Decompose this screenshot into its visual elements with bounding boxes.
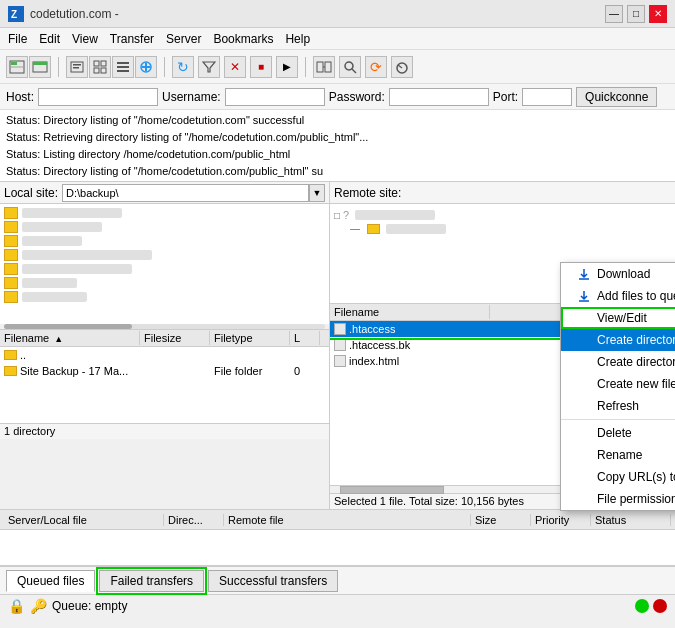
remote-file-cell-0: .htaccess [330, 322, 490, 336]
tree-item[interactable] [0, 220, 329, 234]
ctx-view-edit[interactable]: View/Edit [561, 307, 675, 329]
menu-edit[interactable]: Edit [39, 32, 60, 46]
remote-file-cell-2: index.html [330, 354, 490, 368]
ctx-create-directory[interactable]: Create directory [561, 329, 675, 351]
file-cell-name-0: Site Backup - 17 Ma... [0, 364, 140, 378]
toolbar-new-site[interactable] [6, 56, 28, 78]
username-input[interactable] [225, 88, 325, 106]
tree-expand-icon[interactable]: □ [334, 210, 340, 221]
tree-item[interactable] [0, 248, 329, 262]
toolbar-cancel[interactable]: ■ [250, 56, 272, 78]
quickconnect-button[interactable]: Quickconne [576, 87, 657, 107]
ctx-download[interactable]: Download [561, 263, 675, 285]
transfer-section: Server/Local file Direc... Remote file S… [0, 510, 675, 566]
file-cell-size-0 [140, 370, 210, 372]
ctx-rename[interactable]: Rename [561, 444, 675, 466]
remote-col-filename[interactable]: Filename [330, 305, 490, 319]
toolbar-disconnect[interactable]: ✕ [224, 56, 246, 78]
svg-rect-20 [325, 62, 331, 72]
col-filename[interactable]: Filename ▲ [0, 331, 140, 345]
port-label: Port: [493, 90, 518, 104]
svg-rect-6 [33, 62, 47, 65]
local-site-label: Local site: [4, 186, 58, 200]
transfer-col-status[interactable]: Status [591, 514, 671, 526]
local-file-tree[interactable] [0, 204, 329, 324]
transfer-col-priority[interactable]: Priority [531, 514, 591, 526]
toolbar-btn-3[interactable] [112, 56, 134, 78]
app-status-bar: 🔒 🔑 Queue: empty [0, 594, 675, 616]
menu-server[interactable]: Server [166, 32, 201, 46]
local-site-path[interactable] [62, 184, 309, 202]
local-site-panel: Local site: ▼ [0, 182, 330, 509]
transfer-header: Server/Local file Direc... Remote file S… [0, 510, 675, 530]
ctx-add-queue[interactable]: Add files to queue [561, 285, 675, 307]
ctx-file-permissions[interactable]: File permissions... [561, 488, 675, 510]
remote-tree-node[interactable]: □ ? [334, 208, 671, 222]
toolbar-btn-1[interactable] [66, 56, 88, 78]
svg-rect-10 [94, 61, 99, 66]
ctx-create-file[interactable]: Create new file [561, 373, 675, 395]
refresh-icon [577, 399, 591, 413]
tab-failed-transfers[interactable]: Failed transfers [99, 570, 204, 592]
remote-tree-subnode[interactable]: — [334, 222, 671, 235]
ctx-delete[interactable]: Delete [561, 422, 675, 444]
toolbar-btn-4[interactable] [135, 56, 157, 78]
ctx-copy-url[interactable]: Copy URL(s) to clipboard [561, 466, 675, 488]
toolbar-btn-2[interactable] [89, 56, 111, 78]
transfer-col-size[interactable]: Size [471, 514, 531, 526]
tree-item-label [22, 250, 152, 260]
tree-item[interactable] [0, 234, 329, 248]
transfer-col-remote[interactable]: Remote file [224, 514, 471, 526]
svg-line-23 [352, 69, 356, 73]
close-button[interactable]: ✕ [649, 5, 667, 23]
menu-transfer[interactable]: Transfer [110, 32, 154, 46]
create-dir-icon [577, 333, 591, 347]
tree-item[interactable] [0, 262, 329, 276]
svg-point-22 [345, 62, 353, 70]
svg-rect-13 [101, 68, 106, 73]
local-site-header: Local site: ▼ [0, 182, 329, 204]
password-input[interactable] [389, 88, 489, 106]
tab-queued-files[interactable]: Queued files [6, 570, 95, 592]
svg-rect-19 [317, 62, 323, 72]
toolbar-speed[interactable] [391, 56, 413, 78]
ctx-create-dir-enter[interactable]: Create directory and enter it [561, 351, 675, 373]
maximize-button[interactable]: □ [627, 5, 645, 23]
toolbar-btn-5[interactable]: ▶ [276, 56, 298, 78]
toolbar-sync[interactable]: ⟳ [365, 56, 387, 78]
toolbar-filter[interactable] [198, 56, 220, 78]
file-row-parent[interactable]: .. [0, 347, 329, 363]
local-site-dropdown[interactable]: ▼ [309, 184, 325, 202]
tab-successful-transfers[interactable]: Successful transfers [208, 570, 338, 592]
menu-file[interactable]: File [8, 32, 27, 46]
tree-item[interactable] [0, 290, 329, 304]
transfer-col-local[interactable]: Server/Local file [4, 514, 164, 526]
col-filetype[interactable]: Filetype [210, 331, 290, 345]
host-input[interactable] [38, 88, 158, 106]
ctx-refresh[interactable]: Refresh [561, 395, 675, 417]
transfer-col-dir[interactable]: Direc... [164, 514, 224, 526]
menu-bar: File Edit View Transfer Server Bookmarks… [0, 28, 675, 50]
col-filesize[interactable]: Filesize [140, 331, 210, 345]
svg-rect-3 [11, 62, 17, 65]
minimize-button[interactable]: — [605, 5, 623, 23]
menu-view[interactable]: View [72, 32, 98, 46]
toolbar-refresh[interactable]: ↻ [172, 56, 194, 78]
menu-help[interactable]: Help [285, 32, 310, 46]
tree-item-label [22, 264, 132, 274]
folder-icon [4, 221, 18, 233]
tree-expand-icon-2[interactable]: — [350, 223, 360, 234]
file-row-0[interactable]: Site Backup - 17 Ma... File folder 0 [0, 363, 329, 379]
folder-icon [4, 235, 18, 247]
file-cell-size [140, 354, 210, 356]
menu-bookmarks[interactable]: Bookmarks [213, 32, 273, 46]
port-input[interactable] [522, 88, 572, 106]
permissions-icon [577, 492, 591, 506]
tree-item[interactable] [0, 276, 329, 290]
tree-item[interactable] [0, 206, 329, 220]
toolbar-search[interactable] [339, 56, 361, 78]
col-last[interactable]: L [290, 331, 320, 345]
key-icon: 🔑 [30, 598, 46, 614]
toolbar-compare[interactable] [313, 56, 335, 78]
toolbar-open-manager[interactable] [29, 56, 51, 78]
